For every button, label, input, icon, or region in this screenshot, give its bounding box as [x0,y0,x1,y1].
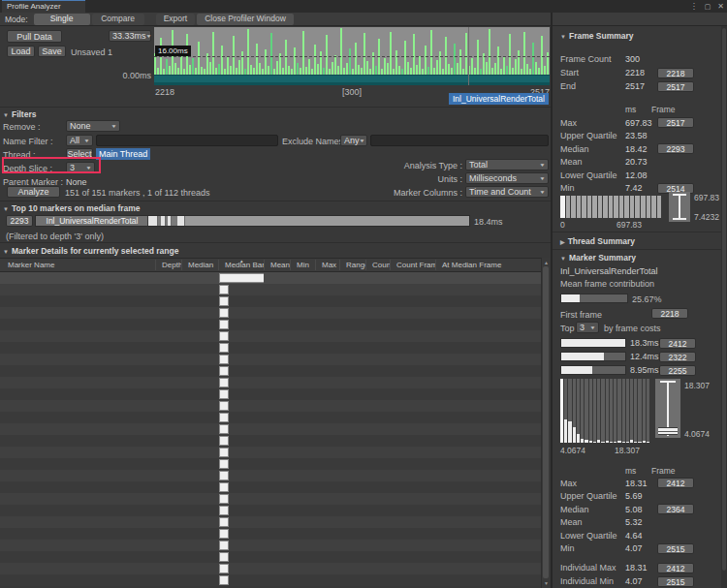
top10-bar-segment[interactable] [148,216,158,226]
thread-value[interactable]: Main Thread [96,148,150,160]
analyze-button[interactable]: Analyze [7,186,60,198]
table-scrollbar[interactable]: ▲ ▼ [541,258,550,588]
frame-jump-button[interactable]: 2412 [657,478,694,488]
table-row[interactable] [0,516,541,528]
frame-jump-button[interactable]: 2412 [659,338,696,349]
column-header-median[interactable]: Median [181,260,218,270]
save-button[interactable]: Save [38,46,66,57]
table-row[interactable] [0,470,541,481]
mode-compare-button[interactable]: Compare [92,14,144,25]
table-row[interactable] [0,458,541,470]
remove-dropdown[interactable]: None▼ [66,120,120,132]
table-row[interactable] [0,505,541,516]
column-header-median-bar[interactable]: ▴Median Bar [218,260,264,270]
table-row[interactable] [0,481,541,493]
name-filter-input[interactable] [96,135,278,146]
table-row[interactable] [0,272,541,284]
table-row[interactable] [0,447,541,458]
table-row[interactable] [0,493,541,505]
frame-jump-button[interactable]: 2517 [657,117,694,128]
frame-jump-button[interactable]: 2515 [657,576,694,587]
table-row[interactable] [0,330,541,342]
summary-scrollbar-thumb[interactable] [722,28,726,571]
scroll-up-icon[interactable]: ▲ [543,260,550,265]
load-button[interactable]: Load [7,46,35,57]
table-row[interactable] [0,412,541,423]
window-menu-icon[interactable]: ⋮ [690,2,698,11]
table-row[interactable] [0,319,541,330]
mode-single-button[interactable]: Single [34,14,90,25]
table-row[interactable] [0,307,541,319]
cell-count-frame [390,412,435,423]
column-header-mean[interactable]: Mean [264,260,290,270]
table-row[interactable] [0,435,541,447]
cell-at-median-frame [435,284,541,295]
thread-summary-header[interactable]: ▶Thread Summary [560,236,635,246]
frame-jump-button[interactable]: 2364 [657,504,694,514]
export-button[interactable]: Export [156,14,196,25]
close-profiler-window-button[interactable]: Close Profiler Window [197,14,294,25]
summary-panel-scrollbar[interactable] [721,26,727,588]
close-icon[interactable]: ✕ [717,2,724,11]
top10-bar-segment[interactable] [177,216,185,226]
column-header-range[interactable]: Range [339,260,365,270]
column-header-depth[interactable]: Depth [155,260,181,270]
frame-summary-header[interactable]: ▼Frame Summary [560,31,634,41]
cell-range [339,516,365,528]
table-row[interactable] [0,284,541,295]
table-row[interactable] [0,354,541,365]
frame-jump-button[interactable]: 2515 [657,543,694,554]
table-row[interactable] [0,388,541,400]
exclude-mode-dropdown[interactable]: Any▼ [340,135,367,146]
frame-jump-button[interactable]: 2293 [657,143,694,154]
cell-at-median-frame [435,423,541,435]
frame-jump-button[interactable]: 2322 [659,352,696,362]
frame-summary-histogram[interactable] [560,196,661,218]
maximize-icon[interactable]: ▢ [705,3,711,11]
table-row[interactable] [0,574,541,586]
frame-jump-button[interactable]: 2412 [657,563,694,573]
marker-columns-dropdown[interactable]: Time and Count▼ [465,186,549,198]
table-row[interactable] [0,295,541,307]
units-dropdown[interactable]: Milliseconds▼ [465,172,549,184]
summary-stat-row: Individual Max 18.31 2412 [560,561,719,574]
table-row[interactable] [0,423,541,435]
column-header-max[interactable]: Max [315,260,339,270]
marker-details-section-header[interactable]: ▼Marker Details for currently selected r… [3,246,178,256]
top10-section-header[interactable]: ▼Top 10 markers on median frame [3,203,141,213]
table-row[interactable] [0,377,541,388]
filters-section-header[interactable]: ▼Filters [3,109,36,119]
table-row[interactable] [0,563,541,574]
table-row[interactable] [0,400,541,412]
top10-frame-button[interactable]: 2293 [6,215,33,227]
table-row[interactable] [0,365,541,377]
marker-summary-header[interactable]: ▼Marker Summary [560,253,636,263]
table-row[interactable] [0,528,541,540]
pull-data-button[interactable]: Pull Data [7,30,62,43]
top10-bar-segment[interactable] [185,216,469,226]
table-row[interactable] [0,540,541,551]
frame-jump-button[interactable]: 2517 [657,81,694,92]
first-frame-button[interactable]: 2218 [651,308,688,319]
table-row[interactable] [0,551,541,563]
exclude-names-input[interactable] [370,135,549,146]
column-header-marker-name[interactable]: Marker Name [0,260,155,270]
frame-scale-dropdown[interactable]: 33.33ms▼ [109,30,151,42]
frame-jump-button[interactable]: 2255 [659,365,696,376]
column-header-count-frame[interactable]: Count Frame [390,260,435,270]
table-scrollbar-thumb[interactable] [543,266,549,578]
frame-time-chart[interactable] [154,27,550,85]
column-header-min[interactable]: Min [290,260,315,270]
analysis-type-dropdown[interactable]: Total▼ [465,159,549,170]
scroll-down-icon[interactable]: ▼ [543,580,550,586]
tab-profile-analyzer[interactable]: Profile Analyzer [2,0,85,13]
column-header-count[interactable]: Count [365,260,390,270]
frame-jump-button[interactable]: 2218 [657,68,694,78]
cell-max [315,295,339,307]
table-row[interactable] [0,342,541,354]
marker-summary-histogram[interactable] [560,379,649,443]
top-n-dropdown[interactable]: 3▼ [576,322,599,333]
chart-selected-marker-tag[interactable]: Inl_UniversalRenderTotal [449,93,549,105]
column-header-at-median-frame[interactable]: At Median Frame [435,260,541,270]
name-filter-mode-dropdown[interactable]: All▼ [66,135,93,146]
